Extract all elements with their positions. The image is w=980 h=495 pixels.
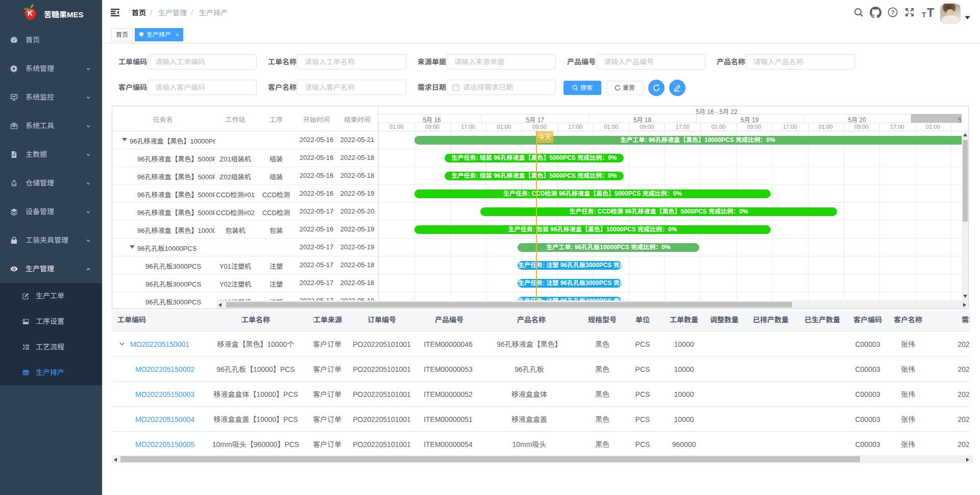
- svg-text:K: K: [28, 9, 33, 17]
- svg-text:?: ?: [891, 9, 895, 15]
